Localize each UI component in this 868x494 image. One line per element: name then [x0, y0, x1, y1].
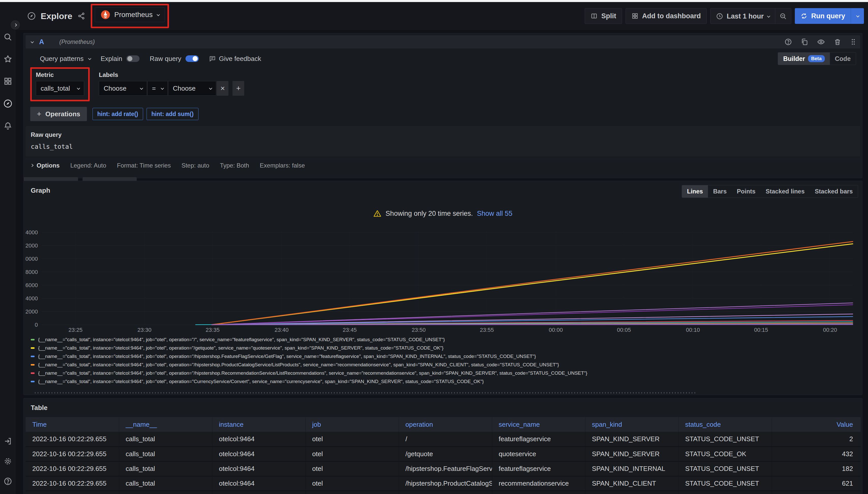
svg-text:00:10: 00:10	[686, 327, 700, 333]
sidebar-item-explore[interactable]	[3, 99, 13, 109]
duplicate-query-icon[interactable]	[801, 38, 808, 46]
query-row-header[interactable]: A (Prometheus)	[26, 35, 860, 49]
svg-text:23:45: 23:45	[343, 327, 357, 333]
time-series-chart[interactable]: 0200040006000800010000120001400023:2523:…	[26, 229, 860, 333]
time-range-picker[interactable]: Last 1 hour	[710, 8, 775, 24]
label-value-select[interactable]: Choose	[168, 81, 216, 96]
label-key-select[interactable]: Choose	[99, 81, 147, 96]
options-summary: Legend: AutoFormat: Time seriesStep: aut…	[70, 162, 305, 169]
svg-text:4000: 4000	[26, 295, 38, 302]
table-header-instance[interactable]: instance	[212, 417, 305, 432]
graph-mode-lines[interactable]: Lines	[682, 185, 708, 197]
graph-panel-title: Graph	[31, 187, 50, 194]
datasource-picker[interactable]: Prometheus	[95, 7, 165, 22]
code-mode-button[interactable]: Code	[830, 53, 856, 65]
sidebar-item-help-icon[interactable]	[3, 477, 12, 487]
table-cell: calls_total	[119, 461, 212, 476]
query-hint-button-0[interactable]: hint: add rate()	[92, 108, 143, 120]
sidebar-item-sign-in[interactable]	[3, 437, 12, 446]
drag-handle-icon[interactable]	[850, 38, 856, 46]
query-hint-button-1[interactable]: hint: add sum()	[147, 108, 198, 120]
run-query-button[interactable]: Run query	[795, 8, 851, 24]
table-cell: STATUS_CODE_UNSET	[679, 461, 772, 476]
query-help-icon[interactable]	[784, 38, 792, 46]
remove-label-button[interactable]: ×	[217, 81, 229, 96]
svg-text:23:25: 23:25	[69, 327, 83, 333]
nav-sidebar	[0, 2, 16, 494]
legend-item-4[interactable]: {__name__="calls_total", instance="otelc…	[31, 369, 860, 377]
graph-mode-bars[interactable]: Bars	[708, 185, 731, 197]
svg-text:23:55: 23:55	[480, 327, 494, 333]
option-summary-item-2: Step: auto	[181, 162, 209, 169]
zoom-out-button[interactable]	[775, 8, 791, 24]
option-summary-item-3: Type: Both	[220, 162, 249, 169]
add-to-dashboard-button[interactable]: Add to dashboard	[626, 8, 707, 24]
legend-label: {__name__="calls_total", instance="otelc…	[38, 370, 587, 376]
dashboard-grid-icon	[631, 13, 638, 20]
sidebar-item-starred[interactable]	[3, 55, 13, 64]
table-panel-title: Table	[31, 404, 48, 412]
query-editor-panel: A (Prometheus) Query patterns Explain Ra…	[23, 33, 863, 178]
table-header-time[interactable]: Time	[26, 417, 119, 432]
table-cell: calls_total	[119, 432, 212, 446]
legend-item-0[interactable]: {__name__="calls_total", instance="otelc…	[31, 335, 860, 344]
raw-query-toggle[interactable]	[185, 55, 199, 62]
table-cell: recommendationservice	[492, 491, 585, 494]
table-header-spankind[interactable]: span_kind	[585, 417, 679, 432]
show-all-series-link[interactable]: Show all 55	[477, 210, 512, 217]
hide-response-eye-icon[interactable]	[817, 38, 825, 46]
graph-mode-stacked-bars[interactable]: Stacked bars	[810, 185, 858, 197]
table-header-servicename[interactable]: service_name	[492, 417, 585, 432]
chart-legend: {__name__="calls_total", instance="otelc…	[31, 335, 860, 392]
legend-item-3[interactable]: {__name__="calls_total", instance="otelc…	[31, 360, 860, 369]
svg-text:00:05: 00:05	[617, 327, 631, 333]
table-cell: /	[399, 432, 492, 446]
graph-panel: Graph LinesBarsPointsStacked linesStacke…	[23, 181, 863, 395]
legend-item-1[interactable]: {__name__="calls_total", instance="otelc…	[31, 344, 860, 352]
sidebar-expand-button[interactable]	[10, 20, 20, 30]
explore-compass-icon	[27, 12, 36, 21]
remove-query-trash-icon[interactable]	[834, 38, 841, 46]
table-cell: 621	[772, 476, 861, 491]
split-button[interactable]: Split	[585, 8, 622, 24]
give-feedback-button[interactable]: Give feedback	[209, 55, 261, 63]
header-right: Split Add to dashboard Last 1 hour	[585, 2, 864, 30]
query-builder-row: Metric calls_total Labels Choose =	[30, 67, 860, 101]
collapse-query-icon[interactable]	[31, 40, 34, 43]
graph-mode-stacked-lines[interactable]: Stacked lines	[760, 185, 810, 197]
clock-icon	[716, 13, 723, 20]
table-cell: otelcol:9464	[212, 476, 305, 491]
browser-top-strip	[0, 0, 868, 2]
table-header-operation[interactable]: operation	[399, 417, 492, 432]
table-cell: 182	[772, 461, 861, 476]
metric-select[interactable]: calls_total	[36, 81, 84, 96]
graph-mode-points[interactable]: Points	[732, 185, 760, 197]
share-icon[interactable]	[77, 12, 85, 20]
sidebar-nav-bottom	[0, 437, 16, 487]
explain-label: Explain	[101, 55, 122, 63]
legend-item-5[interactable]: {__name__="calls_total", instance="otelc…	[31, 377, 860, 386]
chart-series-1	[212, 242, 853, 325]
table-header-value[interactable]: Value	[772, 417, 861, 432]
table-header-job[interactable]: job	[305, 417, 399, 432]
explain-toggle[interactable]	[126, 55, 140, 62]
run-query-dropdown[interactable]	[851, 8, 864, 24]
query-hints: hint: add rate()hint: add sum()	[92, 108, 202, 120]
builder-mode-button[interactable]: Builder Beta	[778, 53, 830, 65]
legend-item-2[interactable]: {__name__="calls_total", instance="otelc…	[31, 352, 860, 360]
sidebar-item-dashboards[interactable]	[3, 77, 13, 87]
table-header-statuscode[interactable]: status_code	[679, 417, 772, 432]
add-label-button[interactable]: +	[233, 81, 244, 96]
sidebar-item-search[interactable]	[3, 33, 13, 42]
table-header-row: Time__name__instancejoboperationservice_…	[26, 417, 861, 432]
query-patterns-dropdown[interactable]: Query patterns	[40, 55, 90, 63]
table-header-name[interactable]: __name__	[119, 417, 212, 432]
sidebar-item-settings-gear-icon[interactable]	[3, 457, 12, 466]
sidebar-item-alerting[interactable]	[3, 121, 13, 131]
operations-button[interactable]: + Operations	[30, 107, 87, 121]
label-operator-select[interactable]: =	[147, 81, 168, 96]
run-query-group: Run query	[795, 8, 864, 24]
svg-text:00:00: 00:00	[549, 327, 563, 333]
page-title: Explore	[41, 11, 72, 21]
query-options-row[interactable]: Options Legend: AutoFormat: Time seriesS…	[26, 159, 860, 172]
